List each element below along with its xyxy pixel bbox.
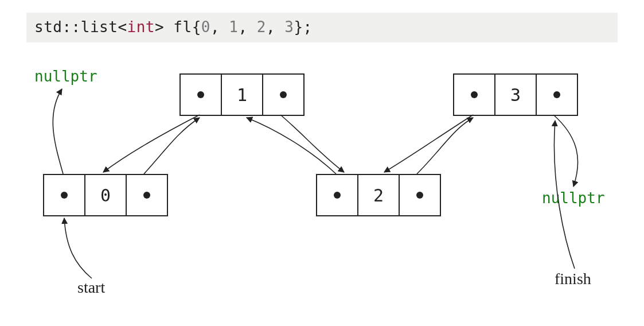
list-node-2: 2 <box>316 174 441 216</box>
linked-list-diagram: 3210 nullptr nullptr start finish <box>0 0 644 326</box>
prev-pointer-cell <box>179 73 222 116</box>
list-node-1: 1 <box>179 73 305 116</box>
value-cell: 2 <box>357 174 400 216</box>
nullptr-left-label: nullptr <box>34 68 97 85</box>
next-pointer-cell <box>262 73 305 116</box>
next-pointer-cell <box>399 174 441 216</box>
start-label: start <box>77 278 105 297</box>
finish-label: finish <box>555 270 591 288</box>
next-pointer-cell <box>126 174 168 216</box>
prev-pointer-cell <box>453 73 495 116</box>
list-node-3: 3 <box>453 73 578 116</box>
list-node-0: 0 <box>43 174 168 216</box>
next-pointer-cell <box>536 73 578 116</box>
value-cell: 1 <box>221 73 263 116</box>
arrows-layer <box>0 0 644 326</box>
value-cell: 0 <box>84 174 127 216</box>
prev-pointer-cell <box>43 174 85 216</box>
value-cell: 3 <box>494 73 537 116</box>
nullptr-right-label: nullptr <box>542 189 605 207</box>
prev-pointer-cell <box>316 174 358 216</box>
